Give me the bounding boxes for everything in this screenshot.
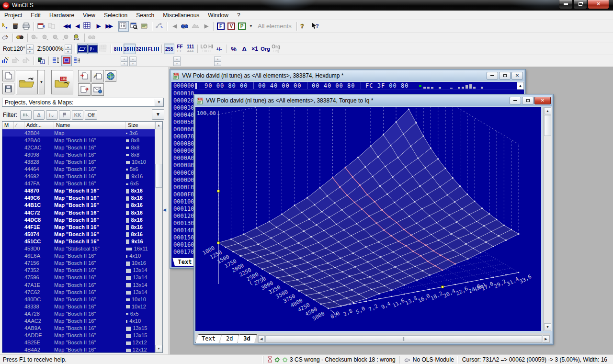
filter-info-button[interactable]: i⌄: [46, 110, 57, 120]
table-row[interactable]: 4B4A2Map "Bosch II 16"12x12: [2, 346, 155, 353]
table-row[interactable]: 44464Map "Bosch II 16"5x6: [2, 165, 155, 172]
table-row[interactable]: 44C72Map "Bosch II 16"8x16: [2, 209, 155, 216]
last-version-button[interactable]: ▶▶: [103, 21, 114, 32]
filter-flag-button[interactable]: [59, 110, 70, 120]
width-16bit-button[interactable]: 16: [124, 44, 136, 54]
scrollbar-thumb[interactable]: [155, 164, 162, 188]
table-row[interactable]: 4AAC2Map "Bosch II 16"4x10: [2, 317, 155, 324]
import-file-button[interactable]: 101: [51, 70, 73, 94]
menu-item-project[interactable]: Project: [0, 11, 26, 20]
find-exclude-button[interactable]: x: [51, 33, 61, 43]
table-row[interactable]: 44B1CMap "Bosch II 16"8x16: [2, 202, 155, 209]
search-again-button[interactable]: [87, 33, 97, 43]
send-mail-button[interactable]: [91, 83, 104, 96]
row-height-button[interactable]: [51, 56, 61, 66]
table-row[interactable]: 45074Map "Bosch II 16"8x16: [2, 230, 155, 238]
title-bar[interactable]: ∞ WinOLS ✕: [0, 0, 613, 11]
display-hex-button[interactable]: FFEE: [174, 44, 185, 54]
map-minimize-button[interactable]: [510, 97, 521, 104]
table-row[interactable]: 42B04Map3x6: [2, 129, 155, 136]
table-row[interactable]: 480DCMap "Bosch II 16"10x10: [2, 296, 155, 303]
elements-dropdown-arrow[interactable]: ▼: [247, 24, 255, 28]
version-wizard-button[interactable]: [91, 70, 104, 82]
preview-window-button[interactable]: [129, 21, 139, 32]
potential-maps-button[interactable]: [190, 21, 201, 32]
view-3d-button[interactable]: [88, 44, 98, 54]
menu-item-view[interactable]: View: [79, 11, 100, 20]
width-8bit-button[interactable]: 8: [113, 44, 124, 54]
save-button[interactable]: [2, 83, 14, 94]
help-button[interactable]: ?: [299, 21, 309, 32]
hexdump-title-bar[interactable]: IOI VW Polo david (nl tune) as <All elem…: [171, 70, 524, 81]
find-back-button[interactable]: [61, 33, 72, 43]
previous-version-button[interactable]: ◀: [72, 21, 82, 32]
original-view-button[interactable]: Org: [260, 44, 271, 54]
rotation-stepper[interactable]: ▲▼: [26, 45, 34, 54]
connect-button[interactable]: [154, 21, 165, 32]
menu-item-edit[interactable]: Edit: [26, 11, 45, 20]
table-row[interactable]: 44F1EMap "Bosch II 16"8x16: [2, 223, 155, 230]
surface-plot-3d[interactable]: 100,001000125015001750200022502500275030…: [195, 107, 541, 331]
show-parameters-button[interactable]: P: [237, 21, 247, 32]
table-row[interactable]: 47C62Map "Bosch II 16"13x14: [2, 288, 155, 296]
zoom-stepper[interactable]: ▲▼: [65, 45, 72, 54]
add-version-button[interactable]: [78, 70, 91, 82]
checksum-button[interactable]: F: [36, 56, 46, 66]
table-row[interactable]: 43828Map "Bosch II 16"10x10: [2, 158, 155, 165]
factor-view-button[interactable]: ×1: [250, 44, 260, 54]
table-row[interactable]: 447FAMap "Bosch II 16"6x5: [2, 180, 155, 187]
previous-map-button[interactable]: ◀: [169, 21, 180, 32]
table-row[interactable]: 451CCMap "Bosch II 16"9x16: [2, 238, 155, 245]
table-row[interactable]: 47352Map "Bosch II 16"13x14: [2, 267, 155, 274]
export-version-button[interactable]: [78, 83, 91, 96]
table-row[interactable]: 44870Map "Bosch II 16"8x16: [2, 187, 155, 194]
next-version-button[interactable]: ▶: [93, 21, 103, 32]
table-row[interactable]: 44692Map "Bosch II 16"9x16: [2, 173, 155, 180]
edit-mode-button[interactable]: [0, 33, 11, 43]
menu-item-selection[interactable]: Selection: [100, 11, 132, 20]
map-scroll-right-icon[interactable]: ▶: [543, 335, 549, 342]
map-scroll-left-icon[interactable]: ◀: [258, 335, 265, 342]
menu-item-hardware[interactable]: Hardware: [45, 11, 79, 20]
view-grid-button[interactable]: [98, 44, 109, 54]
column-width-button[interactable]: [72, 56, 82, 66]
signed-button[interactable]: +/-: [214, 44, 224, 54]
restore-button[interactable]: [573, 0, 587, 9]
table-row[interactable]: 4AB9AMap "Bosch II 16"13x15: [2, 325, 155, 332]
map-tab-text[interactable]: Text: [195, 334, 222, 343]
map-hscrollbar-thumb[interactable]: [265, 335, 542, 342]
table-header[interactable]: M ∕ Addr... Name Size: [2, 122, 155, 129]
table-scrollbar[interactable]: ▲ ▼: [155, 122, 162, 353]
menu-item-[interactable]: ?: [233, 11, 245, 20]
map-scroll-down-icon[interactable]: ▼: [544, 323, 551, 330]
menu-item-miscellaneous[interactable]: Miscellaneous: [159, 11, 204, 20]
find-values-button[interactable]: #-#: [72, 33, 82, 43]
selection-frame-button[interactable]: [61, 56, 72, 66]
search-maps-button[interactable]: 101..: [180, 21, 190, 32]
view-2d-button[interactable]: [77, 44, 88, 54]
map-window-title-bar[interactable]: IOI VW Polo david (nl tune) as <All elem…: [195, 95, 552, 106]
map-vertical-scrollbar[interactable]: ▲ ▼: [543, 107, 552, 331]
import-window-button[interactable]: [36, 21, 46, 32]
original-both-button[interactable]: OrgOrg: [271, 44, 281, 54]
map-close-button[interactable]: ✕: [534, 97, 551, 104]
table-row[interactable]: 449C6Map "Bosch II 16"8x16: [2, 194, 155, 202]
print-button[interactable]: [21, 21, 32, 32]
byte-order-button[interactable]: LO HIHILO: [200, 44, 214, 54]
combo-dropdown-arrow[interactable]: ▼: [155, 99, 163, 106]
hexdump-maximize-button[interactable]: [499, 72, 511, 80]
table-row[interactable]: 4ADDEMap "Bosch II 16"13x15: [2, 332, 155, 339]
table-row[interactable]: 4B25EMap "Bosch II 16"12x12: [2, 339, 155, 346]
table-row[interactable]: 47596Map "Bosch II 16"13x14: [2, 274, 155, 281]
show-functions-button[interactable]: F: [216, 21, 226, 32]
menu-item-search[interactable]: Search: [132, 11, 159, 20]
filter-delta-button[interactable]: Δ: [33, 110, 45, 120]
search-button[interactable]: [15, 33, 25, 43]
table-row[interactable]: 47A1EMap "Bosch II 16"13x14: [2, 281, 155, 288]
scroll-up-icon[interactable]: ▲: [155, 122, 162, 129]
width-float-button[interactable]: Fl.: [148, 44, 160, 54]
find-previous-button[interactable]: [40, 33, 51, 43]
hexdump-close-button[interactable]: ✕: [511, 72, 523, 80]
map-horizontal-scrollbar[interactable]: ◀ ▶: [258, 335, 550, 343]
filter-values-button[interactable]: [20, 110, 32, 120]
